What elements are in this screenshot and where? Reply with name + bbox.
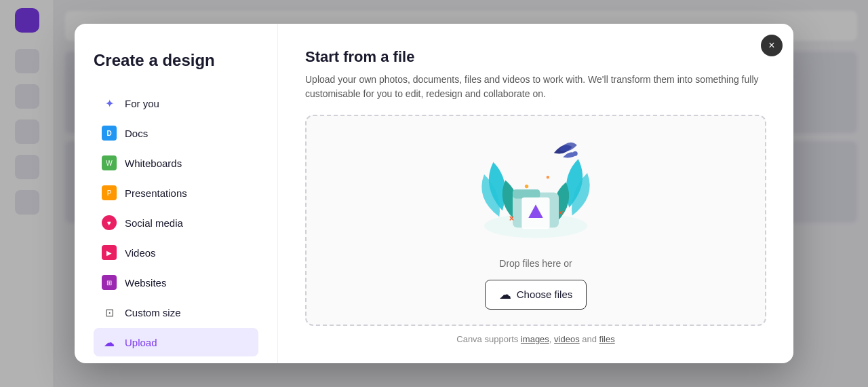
nav-item-upload[interactable]: ☁ Upload [94, 328, 258, 356]
svg-point-9 [547, 175, 549, 178]
docs-icon: D [102, 126, 117, 141]
support-prefix: Canva supports [456, 334, 521, 344]
nav-item-docs[interactable]: D Docs [94, 119, 258, 147]
support-text: Canva supports images, videos and files [305, 334, 766, 344]
nav-list: ✦ For you D Docs W Whiteboards P Present… [94, 89, 258, 363]
nav-label-for-you: For you [125, 98, 159, 109]
support-and: and [580, 334, 599, 344]
nav-label-custom-size: Custom size [125, 307, 181, 318]
svg-text:×: × [509, 214, 514, 223]
social-icon: ♥ [102, 215, 117, 230]
sparkle-icon: ✦ [102, 96, 117, 111]
nav-item-whiteboards[interactable]: W Whiteboards [94, 149, 258, 177]
section-desc: Upload your own photos, documents, files… [305, 73, 766, 101]
nav-label-websites: Websites [125, 277, 166, 289]
svg-point-8 [525, 184, 528, 187]
drop-text: Drop files here or [499, 258, 572, 269]
nav-item-videos[interactable]: ▶ Videos [94, 238, 258, 267]
nav-label-docs: Docs [125, 128, 148, 139]
presentations-icon: P [102, 185, 117, 200]
support-comma1: , [549, 334, 554, 344]
upload-icon: ☁ [102, 335, 117, 350]
nav-item-websites[interactable]: ⊞ Websites [94, 268, 258, 297]
svg-text:×: × [559, 208, 563, 217]
nav-label-presentations: Presentations [125, 187, 187, 199]
whiteboards-icon: W [102, 155, 117, 170]
create-design-modal: × Create a design ✦ For you D Docs W Whi… [75, 24, 793, 363]
nav-label-whiteboards: Whiteboards [125, 158, 182, 169]
videos-icon: ▶ [102, 245, 117, 260]
nav-label-social-media: Social media [125, 217, 183, 229]
nav-label-videos: Videos [125, 247, 156, 259]
upload-illustration: × × [468, 132, 604, 247]
support-videos-link[interactable]: videos [554, 334, 580, 344]
custom-size-icon: ⊡ [102, 305, 117, 320]
nav-item-presentations[interactable]: P Presentations [94, 179, 258, 207]
nav-item-for-you[interactable]: ✦ For you [94, 89, 258, 117]
cloud-upload-icon: ☁ [499, 287, 511, 302]
section-title: Start from a file [305, 48, 766, 66]
support-files-link[interactable]: files [599, 334, 615, 344]
choose-files-button[interactable]: ☁ Choose files [485, 280, 587, 310]
modal-left-panel: Create a design ✦ For you D Docs W White… [75, 24, 278, 363]
file-drop-zone[interactable]: × × Drop files here or ☁ Choose files [305, 115, 766, 326]
support-images-link[interactable]: images [521, 334, 549, 344]
choose-files-label: Choose files [517, 289, 573, 300]
nav-label-upload: Upload [125, 337, 157, 348]
close-button[interactable]: × [761, 35, 783, 56]
nav-item-custom-size[interactable]: ⊡ Custom size [94, 298, 258, 327]
modal-right-panel: Start from a file Upload your own photos… [278, 24, 793, 363]
nav-item-social-media[interactable]: ♥ Social media [94, 208, 258, 237]
svg-point-1 [573, 151, 578, 155]
modal-title: Create a design [94, 51, 258, 70]
nav-item-more[interactable]: ··· More [94, 358, 258, 363]
svg-rect-3 [513, 189, 540, 198]
folder-illustration-svg: × × [468, 132, 604, 247]
websites-icon: ⊞ [102, 275, 117, 290]
modal-backdrop: × Create a design ✦ For you D Docs W Whi… [0, 0, 868, 387]
